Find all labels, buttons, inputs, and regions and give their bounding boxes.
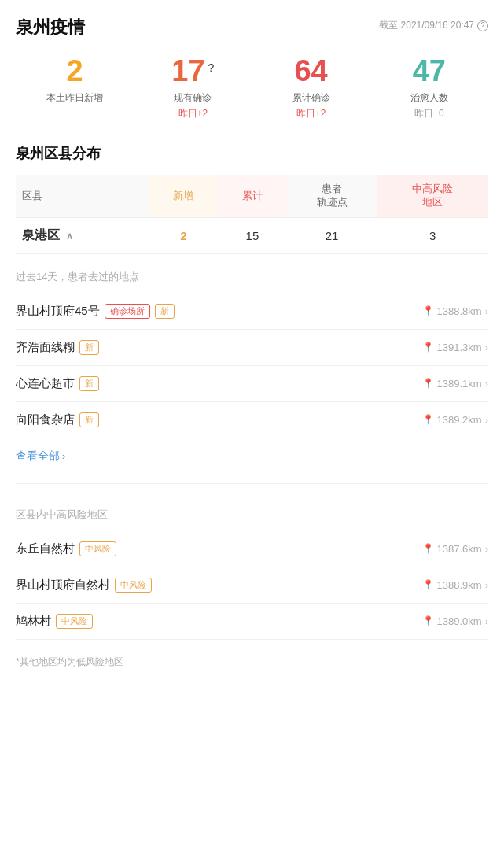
list-item[interactable]: 向阳食杂店 新 📍 1389.2km › <box>16 402 488 438</box>
distance: 1389.0km <box>437 615 482 627</box>
badge-new: 新 <box>79 376 99 391</box>
chevron-right-icon: › <box>485 615 488 627</box>
list-item[interactable]: 鸠林村 中风险 📍 1389.0km › <box>16 604 488 640</box>
view-all-label: 查看全部 <box>16 449 60 464</box>
th-track: 患者 轨迹点 <box>287 175 377 217</box>
header-date: 截至 2021/09/16 20:47 ? <box>379 19 488 32</box>
stat-delta-current-confirmed: 昨日+2 <box>178 107 208 120</box>
location-name: 心连心超市 <box>16 376 75 391</box>
pin-icon: 📍 <box>422 543 434 554</box>
page-container: 泉州疫情 截至 2021/09/16 20:47 ? 2 本土昨日新增 17 ?… <box>0 0 504 693</box>
stat-label-recovered: 治愈人数 <box>410 91 448 105</box>
section-title-district: 泉州区县分布 <box>16 144 488 163</box>
stat-number-current-confirmed: 17 <box>171 55 204 88</box>
location-name: 向阳食杂店 <box>16 412 75 427</box>
district-table: 区县 新增 累计 患者 轨迹点 中高风险 地区 <box>16 175 488 254</box>
list-item[interactable]: 界山村顶府自然村 中风险 📍 1388.9km › <box>16 567 488 604</box>
pin-icon: 📍 <box>422 305 434 316</box>
divider <box>16 483 488 484</box>
badge-medium-risk: 中风险 <box>115 578 152 593</box>
location-name: 鸠林村 <box>16 614 51 629</box>
location-left: 向阳食杂店 新 <box>16 412 422 427</box>
badge-medium-risk: 中风险 <box>56 614 93 629</box>
list-item[interactable]: 心连心超市 新 📍 1389.1km › <box>16 366 488 402</box>
location-left: 界山村顶府45号 确诊场所 新 <box>16 304 422 319</box>
stat-number-total-confirmed: 64 <box>294 55 327 88</box>
list-item[interactable]: 东丘自然村 中风险 📍 1387.6km › <box>16 531 488 567</box>
location-left: 界山村顶府自然村 中风险 <box>16 578 422 593</box>
chevron-right-icon: › <box>485 305 488 317</box>
patient-places-label: 过去14天，患者去过的地点 <box>16 270 488 284</box>
location-left: 齐浩面线糊 新 <box>16 340 422 355</box>
th-district: 区县 <box>16 175 149 217</box>
badge-new: 新 <box>79 340 99 355</box>
th-new: 新增 <box>149 175 219 217</box>
risk-areas-list: 东丘自然村 中风险 📍 1387.6km › 界山村顶府自然村 中风险 📍 13… <box>16 531 488 640</box>
distance: 1387.6km <box>437 543 482 555</box>
list-item[interactable]: 齐浩面线糊 新 📍 1391.3km › <box>16 330 488 366</box>
badge-new: 新 <box>155 304 175 319</box>
distance: 1389.1km <box>437 378 482 390</box>
location-left: 心连心超市 新 <box>16 376 422 391</box>
chevron-right-icon: › <box>485 543 488 555</box>
location-name: 东丘自然村 <box>16 541 75 556</box>
risk-areas-label: 区县内中高风险地区 <box>16 508 488 522</box>
footer-note: *其他地区均为低风险地区 <box>16 656 488 669</box>
risk-areas-section: 区县内中高风险地区 东丘自然村 中风险 📍 1387.6km › 界山村顶府自然… <box>16 496 488 644</box>
pin-icon: 📍 <box>422 579 434 590</box>
stat-current-confirmed: 17 ? 现有确诊 昨日+2 <box>134 55 252 120</box>
location-right: 📍 1389.1km › <box>422 378 488 390</box>
stat-label-current-confirmed: 现有确诊 <box>174 91 212 105</box>
view-all-button[interactable]: 查看全部 › <box>16 438 488 467</box>
stat-label-local-new: 本土昨日新增 <box>46 91 103 105</box>
pin-icon: 📍 <box>422 615 434 626</box>
stat-total-confirmed: 64 累计确诊 昨日+2 <box>252 55 370 120</box>
pin-icon: 📍 <box>422 414 434 425</box>
info-icon[interactable]: ? <box>477 20 488 31</box>
location-name: 界山村顶府45号 <box>16 304 100 319</box>
patient-places-list: 界山村顶府45号 确诊场所 新 📍 1388.8km › 齐浩面线糊 新 📍 <box>16 294 488 438</box>
current-confirmed-info-icon[interactable]: ? <box>208 61 215 74</box>
location-right: 📍 1389.0km › <box>422 615 488 627</box>
stat-recovered: 47 治愈人数 昨日+0 <box>370 55 488 120</box>
th-risk: 中高风险 地区 <box>377 175 488 217</box>
expand-icon: ∧ <box>66 231 73 242</box>
page-title: 泉州疫情 <box>16 16 85 39</box>
chevron-right-icon: › <box>485 342 488 353</box>
location-right: 📍 1391.3km › <box>422 342 488 353</box>
stat-label-total-confirmed: 累计确诊 <box>292 91 330 105</box>
stat-delta-recovered: 昨日+0 <box>414 107 444 120</box>
badge-medium-risk: 中风险 <box>79 541 116 556</box>
location-right: 📍 1387.6km › <box>422 543 488 555</box>
location-right: 📍 1389.2km › <box>422 414 488 426</box>
pin-icon: 📍 <box>422 342 434 353</box>
district-risk-count: 3 <box>377 217 488 253</box>
patient-places-section: 过去14天，患者去过的地点 界山村顶府45号 确诊场所 新 📍 1388.8km… <box>16 258 488 471</box>
stats-row: 2 本土昨日新增 17 ? 现有确诊 昨日+2 64 累计确诊 昨日+2 47 … <box>16 55 488 120</box>
stat-number-recovered: 47 <box>413 55 446 88</box>
location-left: 鸠林村 中风险 <box>16 614 422 629</box>
location-left: 东丘自然村 中风险 <box>16 541 422 556</box>
table-row[interactable]: 泉港区 ∧ 2 15 21 3 <box>16 217 488 253</box>
location-right: 📍 1388.9km › <box>422 579 488 591</box>
district-name: 泉港区 ∧ <box>16 217 149 253</box>
chevron-right-icon: › <box>485 378 488 390</box>
chevron-right-icon: › <box>485 414 488 426</box>
district-track-count: 21 <box>287 217 377 253</box>
th-total: 累计 <box>218 175 287 217</box>
header: 泉州疫情 截至 2021/09/16 20:47 ? <box>16 16 488 39</box>
pin-icon: 📍 <box>422 378 434 389</box>
location-name: 界山村顶府自然村 <box>16 578 110 593</box>
stat-number-local-new: 2 <box>67 55 83 88</box>
location-right: 📍 1388.8km › <box>422 305 488 317</box>
distance: 1391.3km <box>437 342 482 353</box>
list-item[interactable]: 界山村顶府45号 确诊场所 新 📍 1388.8km › <box>16 294 488 330</box>
distance: 1389.2km <box>437 414 482 426</box>
distance: 1388.9km <box>437 579 482 591</box>
district-total-count: 15 <box>218 217 287 253</box>
chevron-right-icon: › <box>62 451 65 462</box>
date-text: 截至 2021/09/16 20:47 <box>379 19 474 32</box>
badge-confirmed: 确诊场所 <box>105 304 150 319</box>
location-name: 齐浩面线糊 <box>16 340 75 355</box>
stat-local-new: 2 本土昨日新增 <box>16 55 134 105</box>
